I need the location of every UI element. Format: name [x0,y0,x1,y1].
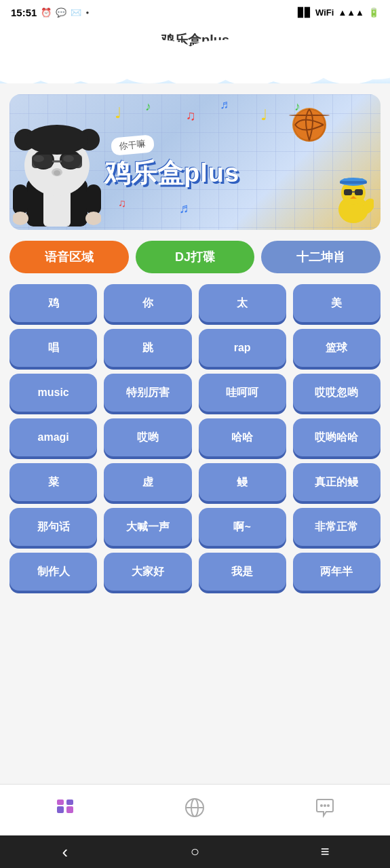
svg-point-24 [54,170,60,176]
message-icon: 💬 [56,7,66,18]
svg-point-22 [63,155,74,162]
email-icon: ✉️ [71,7,81,18]
sound-btn-18[interactable]: 鳗 [199,463,286,501]
sound-btn-22[interactable]: 啊~ [199,508,286,546]
sound-btn-21[interactable]: 大喊一声 [104,508,191,546]
chat-icon [314,797,336,818]
main-content: ♩ ♪ ♫ ♬ ♩ ♪ ♫ ♬ [0,83,390,784]
svg-point-32 [294,109,325,140]
sound-btn-0[interactable]: 鸡 [9,284,97,322]
svg-point-52 [320,804,323,807]
home-button[interactable]: ○ [174,843,215,861]
svg-rect-38 [344,189,352,195]
explore-icon [184,797,206,818]
sound-btn-5[interactable]: 跳 [104,329,191,367]
sound-btn-26[interactable]: 我是 [199,553,286,591]
wifi-icon: WiFi [315,7,334,18]
status-right: ▊▊ WiFi ▲▲▲ 🔋 [298,7,379,18]
status-left: 15:51 ⏰ 💬 ✉️ ● [11,7,89,18]
sound-grid: 鸡你太美唱跳rap篮球music特别厉害哇呵呵哎哎忽哟amagi哎哟哈哈哎哟哈哈… [9,284,381,591]
banner-panda [9,98,104,226]
bottom-nav [0,784,390,835]
category-zodiac-btn[interactable]: 十二坤肖 [261,241,381,273]
sound-btn-16[interactable]: 菜 [9,463,97,501]
music-note-3: ♫ [186,108,196,123]
sound-btn-14[interactable]: 哈哈 [199,418,286,456]
sound-btn-10[interactable]: 哇呵呵 [199,374,286,412]
banner-basketball [292,108,326,142]
svg-point-53 [324,804,326,807]
sound-btn-27[interactable]: 两年半 [293,553,381,591]
music-note-8: ♬ [179,201,189,216]
app-title: 鸡乐盒plus [161,33,229,47]
nav-chat[interactable] [298,787,352,828]
svg-rect-46 [66,806,73,813]
sound-btn-6[interactable]: rap [199,329,286,367]
home-icon [54,797,76,818]
music-note-2: ♪ [145,100,151,114]
category-dj-btn[interactable]: DJ打碟 [136,241,255,273]
sound-btn-24[interactable]: 制作人 [9,553,97,591]
sound-btn-3[interactable]: 美 [293,284,381,322]
sound-btn-25[interactable]: 大家好 [104,553,191,591]
svg-point-30 [13,212,28,225]
status-time: 15:51 [11,7,37,18]
sound-btn-4[interactable]: 唱 [9,329,97,367]
svg-point-54 [327,804,330,807]
back-button[interactable]: ‹ [45,842,85,863]
music-note-4: ♬ [220,98,229,112]
category-row: 语音区域 DJ打碟 十二坤肖 [9,241,381,273]
battery-icon: 🔋 [368,7,379,18]
banner: ♩ ♪ ♫ ♬ ♩ ♪ ♫ ♬ [9,94,381,230]
menu-button[interactable]: ≡ [305,843,345,861]
sound-btn-19[interactable]: 真正的鳗 [293,463,381,501]
nav-explore[interactable] [168,787,222,828]
sound-btn-12[interactable]: amagi [9,418,97,456]
nav-home[interactable] [38,787,92,828]
svg-rect-47 [57,800,64,805]
sound-btn-23[interactable]: 非常正常 [293,508,381,546]
music-note-5: ♩ [260,106,267,124]
sound-btn-1[interactable]: 你 [104,284,191,322]
category-voice-btn[interactable]: 语音区域 [9,241,129,273]
sound-btn-8[interactable]: music [9,374,97,412]
svg-point-31 [85,212,101,225]
header-wrapper: 鸡乐盒plus [0,24,390,83]
svg-rect-39 [355,189,363,195]
music-note-7: ♫ [118,197,126,210]
banner-subtitle: 你干嘛 [111,134,155,155]
signal-icon: ▊▊ [298,7,311,18]
svg-point-27 [26,125,88,155]
svg-rect-45 [57,806,64,813]
svg-rect-28 [13,184,28,215]
svg-rect-29 [86,184,101,215]
music-note-1: ♩ [115,104,121,122]
sound-btn-15[interactable]: 哎哟哈哈 [293,418,381,456]
app-header: 鸡乐盒plus [0,24,390,59]
alarm-icon: ⏰ [41,7,52,18]
sound-btn-11[interactable]: 哎哎忽哟 [293,374,381,412]
dot-icon: ● [85,9,89,16]
clouds-decoration [0,59,390,83]
sound-btn-2[interactable]: 太 [199,284,286,322]
banner-chick [333,176,374,223]
sound-btn-20[interactable]: 那句话 [9,508,97,546]
status-bar: 15:51 ⏰ 💬 ✉️ ● ▊▊ WiFi ▲▲▲ 🔋 [0,0,390,24]
svg-point-21 [33,155,44,162]
system-nav-bar: ‹ ○ ≡ [0,835,390,868]
sound-btn-17[interactable]: 虚 [104,463,191,501]
svg-rect-48 [66,800,73,805]
sound-btn-9[interactable]: 特别厉害 [104,374,191,412]
network-icon: ▲▲▲ [338,7,364,18]
sound-btn-13[interactable]: 哎哟 [104,418,191,456]
svg-rect-37 [340,181,367,184]
sound-btn-7[interactable]: 篮球 [293,329,381,367]
